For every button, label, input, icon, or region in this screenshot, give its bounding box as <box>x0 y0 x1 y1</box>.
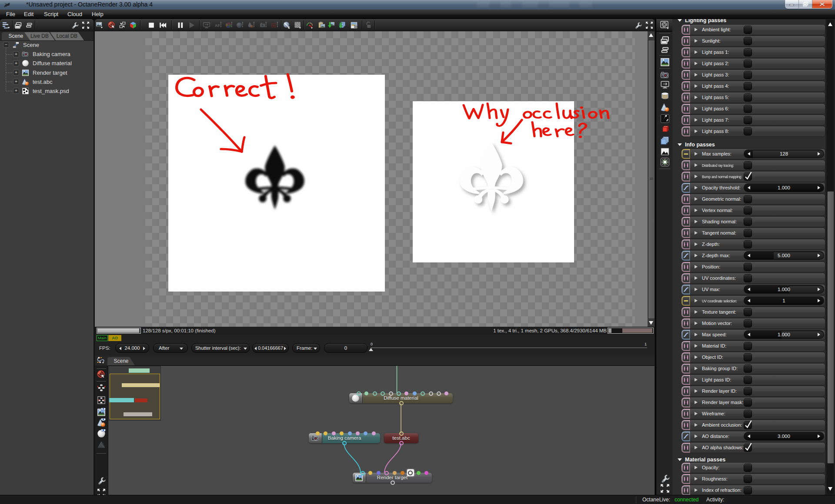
photo-icon[interactable] <box>660 57 670 67</box>
checkbox-unchecked[interactable] <box>744 399 752 406</box>
section-lighting-passes[interactable]: Lighting passes <box>672 19 835 25</box>
checkbox-checked[interactable] <box>744 421 752 429</box>
checkbox-unchecked[interactable] <box>744 320 752 327</box>
slider[interactable]: 1.000 <box>744 285 824 293</box>
monitor-loop-icon[interactable] <box>660 80 670 90</box>
slider[interactable]: 128 <box>744 150 824 158</box>
bool-pin-icon[interactable] <box>681 172 691 182</box>
bool-pin-icon[interactable] <box>681 126 691 136</box>
checkbox-unchecked[interactable] <box>744 71 752 79</box>
node-pin-selected[interactable] <box>407 469 414 476</box>
texture-view-icon[interactable] <box>97 440 106 449</box>
stepper-right-icon[interactable] <box>143 347 145 350</box>
expander-icon[interactable] <box>695 466 698 469</box>
slider[interactable]: 3.000 <box>744 432 824 440</box>
slider-left-icon[interactable] <box>748 288 750 291</box>
bw-image-icon[interactable] <box>660 147 670 156</box>
float-pin-icon[interactable] <box>681 251 691 261</box>
bool-pin-icon[interactable] <box>681 474 691 484</box>
material-view-icon[interactable] <box>97 429 106 438</box>
expander-icon[interactable] <box>695 50 698 54</box>
node-pin[interactable] <box>356 431 360 435</box>
node-graph-tab-scene[interactable]: Scene <box>107 357 135 365</box>
stepper-right-icon[interactable] <box>284 347 286 350</box>
bool-pin-icon[interactable] <box>681 228 691 238</box>
expand-toggle[interactable]: + <box>13 60 19 66</box>
expander-icon[interactable] <box>695 276 698 280</box>
checkbox-checked[interactable] <box>744 444 752 451</box>
tile-windows-icon[interactable] <box>25 21 33 29</box>
checkbox-unchecked[interactable] <box>744 218 752 225</box>
frame-value-box[interactable]: 0 <box>324 343 367 353</box>
environment-icon[interactable] <box>660 91 670 101</box>
bool-pin-icon[interactable] <box>681 59 691 69</box>
slider-left-icon[interactable] <box>748 152 750 156</box>
shutter-alignment-dropdown[interactable]: After <box>153 343 188 353</box>
aperture-dropdown-icon[interactable] <box>660 20 670 30</box>
node-pin[interactable] <box>348 431 352 435</box>
node-pin[interactable] <box>377 471 381 475</box>
node-pin[interactable] <box>357 391 361 396</box>
wrench-icon[interactable] <box>634 21 642 29</box>
expander-icon[interactable] <box>695 378 698 381</box>
expander-icon[interactable] <box>695 186 698 189</box>
region-picker-icon[interactable] <box>271 21 279 29</box>
gauge-icon[interactable] <box>306 21 314 29</box>
slider-left-icon[interactable] <box>748 186 750 189</box>
slider[interactable]: 5.000 <box>744 252 824 259</box>
node-pin[interactable] <box>316 431 320 435</box>
tree-item-diffuse-material[interactable]: + Diffuse material <box>0 59 72 68</box>
tree-item-test-abc[interactable]: + test.abc <box>0 77 53 86</box>
tab-ao-pass[interactable]: AO <box>108 335 121 341</box>
node-pin[interactable] <box>429 391 433 396</box>
node-pin[interactable] <box>421 391 425 396</box>
expander-icon[interactable] <box>695 434 698 438</box>
node-pin[interactable] <box>401 471 404 475</box>
tab-main-pass[interactable]: Main <box>97 335 108 341</box>
expander-icon[interactable] <box>695 367 698 370</box>
collapse-toggle[interactable]: − <box>3 42 9 48</box>
camera-picker-icon[interactable] <box>260 21 267 29</box>
render-view-icon[interactable] <box>97 408 106 417</box>
recenter-target-icon[interactable] <box>108 21 116 29</box>
slider[interactable]: 1 <box>744 297 824 305</box>
menu-script[interactable]: Script <box>44 10 58 19</box>
tools-icon[interactable] <box>660 114 670 123</box>
node-pin[interactable] <box>361 471 365 475</box>
slider[interactable]: 1.000 <box>744 331 824 338</box>
bool-pin-icon[interactable] <box>681 81 691 91</box>
expander-icon[interactable] <box>695 310 698 314</box>
checkbox-unchecked[interactable] <box>744 263 752 271</box>
slider-left-icon[interactable] <box>748 333 750 336</box>
node-pin[interactable] <box>342 441 347 445</box>
expander-icon[interactable] <box>695 423 698 427</box>
bool-pin-icon[interactable] <box>681 262 691 272</box>
slider-right-icon[interactable] <box>818 152 820 156</box>
bool-pin-icon[interactable] <box>681 318 691 328</box>
checkbox-unchecked[interactable] <box>744 128 752 135</box>
checkbox-unchecked[interactable] <box>744 37 752 45</box>
tree-list-icon[interactable] <box>2 21 10 29</box>
bool-pin-icon[interactable] <box>681 463 691 473</box>
expand-toggle[interactable]: + <box>13 51 19 57</box>
checkbox-unchecked[interactable] <box>744 475 752 483</box>
bool-pin-icon[interactable] <box>681 104 691 114</box>
viewport-vscrollbar[interactable] <box>648 31 655 327</box>
node-pin[interactable] <box>373 391 377 396</box>
expander-icon[interactable] <box>695 96 698 99</box>
save-alpha-icon[interactable] <box>350 21 358 29</box>
expander-icon[interactable] <box>695 209 698 212</box>
node-diffuse-material[interactable]: Diffuse material <box>349 393 453 403</box>
checkbox-unchecked[interactable] <box>744 94 752 101</box>
shutter-interval-dropdown[interactable]: Shutter interval (sec): <box>191 343 250 353</box>
expander-icon[interactable] <box>695 129 698 133</box>
recenter-target-icon[interactable] <box>97 370 106 379</box>
menu-help[interactable]: Help <box>92 10 104 19</box>
slider-left-icon[interactable] <box>748 434 750 438</box>
checkbox-unchecked[interactable] <box>744 26 752 33</box>
expand-toggle[interactable]: + <box>13 88 19 94</box>
scroll-down-icon[interactable] <box>648 320 654 325</box>
mesh-icon[interactable] <box>660 103 670 112</box>
image-dropdown-icon[interactable] <box>96 21 104 29</box>
menu-file[interactable]: File <box>6 10 15 19</box>
